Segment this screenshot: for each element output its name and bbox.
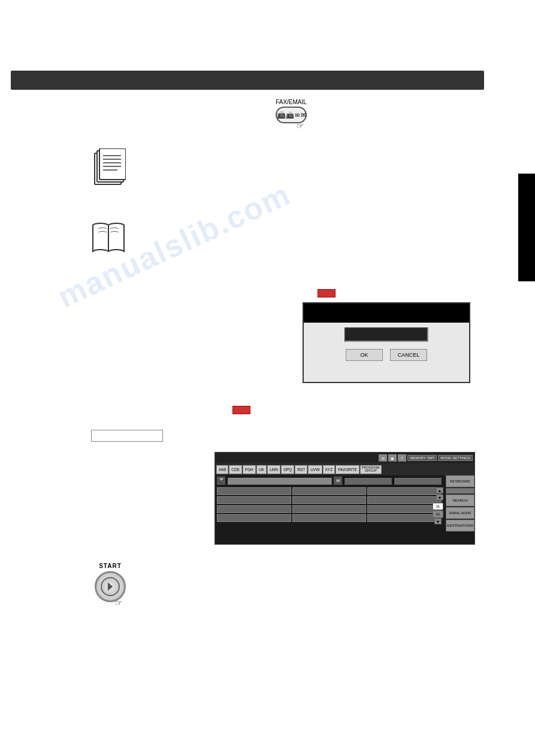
dialog-content: OK CANCEL xyxy=(304,323,469,366)
dialog-input-field[interactable] xyxy=(344,327,428,342)
keyboard-button[interactable]: KEYBOARD xyxy=(446,475,474,487)
input-label-field[interactable] xyxy=(91,430,163,442)
dialog-ok-button[interactable]: OK xyxy=(346,349,383,361)
tab-program-group[interactable]: PROGRAM/GROUP xyxy=(360,465,382,474)
side-tab xyxy=(518,174,535,281)
page-number-indicators: 01 01 ▼ xyxy=(433,503,443,524)
svg-rect-2 xyxy=(99,148,126,180)
addr-cell-2-3[interactable] xyxy=(367,496,442,504)
address-grid-row-4 xyxy=(217,514,442,522)
addr-cell-3-3[interactable] xyxy=(367,505,442,513)
watermark: manualslib.com xyxy=(52,176,296,315)
addr-cell-1-2[interactable] xyxy=(292,487,367,495)
email-field-icon: ✉ xyxy=(334,476,342,485)
addr-cell-1-1[interactable] xyxy=(217,487,291,495)
start-label: START xyxy=(95,563,126,569)
page-number-01-inactive: 01 xyxy=(433,511,443,518)
address-grid-row-1 xyxy=(217,487,442,495)
address-panel-top-bar: ⊞ ▣ ≡ MEMORY SMT MODE SETTINGS xyxy=(215,453,474,463)
address-grid-row-3 xyxy=(217,505,442,513)
fax-email-label: FAX/EMAIL xyxy=(276,99,307,105)
address-book-panel: ⊞ ▣ ≡ MEMORY SMT MODE SETTINGS #AB CDE F… xyxy=(214,452,475,545)
scroll-controls: ▲ ▼ xyxy=(436,487,443,500)
start-button-inner xyxy=(101,577,120,596)
fax-field-icon: 📠 xyxy=(217,476,225,485)
addr-cell-1-3[interactable] xyxy=(367,487,442,495)
dialog-buttons: OK CANCEL xyxy=(346,349,427,361)
tab-cde[interactable]: CDE xyxy=(229,465,242,474)
address-grid-row-2 xyxy=(217,496,442,504)
panel-icon-1: ⊞ xyxy=(379,454,387,462)
tab-fgh[interactable]: FGH xyxy=(243,465,256,474)
dialog-title-bar xyxy=(304,303,469,323)
fax-search-field[interactable] xyxy=(227,477,332,485)
tab-ab[interactable]: #AB xyxy=(216,465,228,474)
email-icon: ✉ xyxy=(295,112,300,119)
small-indicator-mid xyxy=(232,406,250,414)
small-indicator-top xyxy=(318,289,335,297)
memory-smt-button[interactable]: MEMORY SMT xyxy=(407,455,437,461)
address-panel-main: 📠 ✉ xyxy=(215,475,474,544)
document-icon xyxy=(91,148,126,187)
scroll-up-button[interactable]: ▲ xyxy=(436,487,443,493)
addr-cell-4-2[interactable] xyxy=(292,514,367,522)
sidebar-divider xyxy=(446,488,474,494)
address-panel-inner: ⊞ ▣ ≡ MEMORY SMT MODE SETTINGS #AB CDE F… xyxy=(215,453,474,544)
dialog-box: OK CANCEL xyxy=(303,302,470,383)
addr-cell-3-1[interactable] xyxy=(217,505,291,513)
address-grid xyxy=(215,486,443,544)
tab-xyz[interactable]: XYZ xyxy=(323,465,335,474)
scroll-bottom-button[interactable]: ▼ xyxy=(434,518,442,524)
fax-icon: 📠 xyxy=(286,111,294,119)
start-button[interactable]: ☞ xyxy=(95,571,126,602)
page-number-01-active: 01 xyxy=(433,503,443,510)
header-bar xyxy=(11,71,484,90)
start-cursor-icon: ☞ xyxy=(115,598,123,608)
tab-opq[interactable]: OPQ xyxy=(281,465,294,474)
destinations-button[interactable]: DESTINATIONS xyxy=(446,520,474,532)
address-sidebar-buttons: KEYBOARD SEARCH EMAIL ADDR DESTINATIONS xyxy=(443,475,474,544)
start-icon xyxy=(108,582,113,591)
email-search-field[interactable] xyxy=(344,477,392,485)
name-search-field[interactable] xyxy=(394,477,442,485)
dialog-cancel-button[interactable]: CANCEL xyxy=(390,349,427,361)
panel-icon-2: ▣ xyxy=(388,454,397,462)
fax-email-button[interactable]: 📠 ✉ ☞ xyxy=(276,107,307,123)
panel-icon-3: ≡ xyxy=(398,454,406,462)
addr-cell-4-3[interactable] xyxy=(367,514,442,522)
search-button[interactable]: SEARCH xyxy=(446,494,474,506)
tab-lmn[interactable]: LMN xyxy=(267,465,280,474)
addr-cell-3-2[interactable] xyxy=(292,505,367,513)
tab-ijk[interactable]: IJK xyxy=(256,465,267,474)
book-icon xyxy=(90,220,127,256)
search-row: 📠 ✉ xyxy=(215,475,443,486)
mode-settings-button[interactable]: MODE SETTINGS xyxy=(438,455,473,461)
tab-uvw[interactable]: UVW xyxy=(308,465,322,474)
tab-rst[interactable]: RST xyxy=(295,465,307,474)
fax-email-area: FAX/EMAIL 📠 ✉ ☞ xyxy=(276,99,307,123)
addr-cell-4-1[interactable] xyxy=(217,514,291,522)
tab-favorite[interactable]: FAVORITE xyxy=(335,465,359,474)
addr-cell-2-2[interactable] xyxy=(292,496,367,504)
start-area: START ☞ xyxy=(95,563,126,602)
email-addr-button[interactable]: EMAIL ADDR xyxy=(446,507,474,519)
alpha-tabs-row: #AB CDE FGH IJK LMN OPQ RST UVW XYZ FAVO… xyxy=(215,463,474,475)
scroll-down-button[interactable]: ▼ xyxy=(436,494,443,500)
addr-cell-2-1[interactable] xyxy=(217,496,291,504)
cursor-icon: ☞ xyxy=(297,121,304,130)
